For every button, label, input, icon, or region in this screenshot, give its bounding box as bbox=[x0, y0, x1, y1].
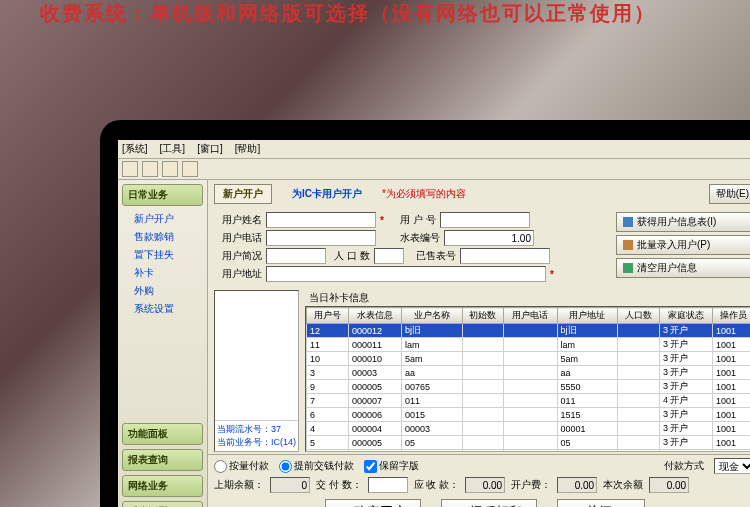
input-username[interactable] bbox=[266, 212, 376, 228]
label-due: 应 收 款： bbox=[414, 478, 460, 492]
table-row[interactable]: 12000012bj旧bj旧3 开户1001 bbox=[307, 324, 751, 338]
sidebar-item-sale[interactable]: 售款赊销 bbox=[122, 228, 203, 246]
table-title: 当日补卡信息 bbox=[305, 290, 750, 306]
label-paytype: 付款方式 bbox=[664, 459, 704, 473]
batch-input-button[interactable]: 批量录入用户(P) bbox=[616, 235, 750, 255]
input-due bbox=[465, 477, 505, 493]
serial-label: 当期流水号：37 bbox=[217, 423, 296, 436]
sidebar-header-sys[interactable]: 系统设置 bbox=[122, 501, 203, 507]
menu-tools[interactable]: [工具] bbox=[160, 142, 186, 156]
input-prevbal bbox=[270, 477, 310, 493]
bizno-label: 当前业务号：IC(14) bbox=[217, 436, 296, 449]
sidebar-header-func[interactable]: 功能面板 bbox=[122, 423, 203, 445]
tool-icon[interactable] bbox=[182, 161, 198, 177]
label-phone: 用户电话 bbox=[214, 231, 262, 245]
required-icon: * bbox=[550, 269, 554, 280]
table-row[interactable]: 400000400003000013 开户1001 bbox=[307, 422, 751, 436]
select-paytype[interactable]: 现金 bbox=[714, 458, 750, 474]
close-button[interactable]: 关闭(C) bbox=[557, 499, 646, 507]
search-icon bbox=[623, 217, 633, 227]
table-header[interactable]: 业户名称 bbox=[402, 308, 463, 324]
sidebar: 日常业务 新户开户 售款赊销 置下挂失 补卡 外购 系统设置 功能面板 报表查询… bbox=[118, 180, 208, 507]
page-title: 收费系统：单机版和网络版可选择（没有网络也可以正常使用） bbox=[40, 0, 656, 27]
table-row[interactable]: 6000006001515153 开户1001 bbox=[307, 408, 751, 422]
sidebar-item-sys[interactable]: 系统设置 bbox=[122, 300, 203, 318]
main-panel: 新户开户 为IC卡用户开户 *为必须填写的内容 帮助(E) 用户姓名 * 用 户… bbox=[208, 180, 750, 507]
table-header[interactable]: 人口数 bbox=[618, 308, 660, 324]
clear-icon bbox=[623, 263, 633, 273]
input-payqty[interactable] bbox=[368, 477, 408, 493]
laptop-frame: [系统] [工具] [窗口] [帮助] 日常业务 新户开户 售款赊销 置下挂失 … bbox=[100, 120, 750, 507]
table-row[interactable]: 300003aaaa3 开户1001 bbox=[307, 366, 751, 380]
input-card[interactable] bbox=[460, 248, 550, 264]
table-header[interactable]: 操作员 bbox=[713, 308, 751, 324]
label-userno: 用 户 号 bbox=[388, 213, 436, 227]
sidebar-item-open[interactable]: 新户开户 bbox=[122, 210, 203, 228]
input-people[interactable] bbox=[374, 248, 404, 264]
sidebar-header-daily[interactable]: 日常业务 bbox=[122, 184, 203, 206]
check-reserve[interactable]: 保留字版 bbox=[364, 459, 419, 473]
input-status[interactable] bbox=[266, 248, 326, 264]
label-status: 用户简况 bbox=[214, 249, 262, 263]
app-window: [系统] [工具] [窗口] [帮助] 日常业务 新户开户 售款赊销 置下挂失 … bbox=[118, 140, 750, 507]
table-header[interactable]: 用户电话 bbox=[504, 308, 557, 324]
panel-title-button: 新户开户 bbox=[214, 184, 272, 204]
print-button[interactable]: 远程打印 bbox=[441, 499, 537, 507]
required-icon: * bbox=[380, 215, 384, 226]
input-openfee bbox=[557, 477, 597, 493]
get-userinfo-button[interactable]: 获得用户信息表(I) bbox=[616, 212, 750, 232]
table-row[interactable]: 500000505053 开户1001 bbox=[307, 436, 751, 450]
tool-icon[interactable] bbox=[142, 161, 158, 177]
table-header[interactable]: 水表信息 bbox=[348, 308, 401, 324]
radio-byqty[interactable]: 按量付款 bbox=[214, 459, 269, 473]
table-row[interactable]: 70000070110114 开户1001 bbox=[307, 394, 751, 408]
table-row[interactable]: 100000105am5am3 开户1001 bbox=[307, 352, 751, 366]
help-button[interactable]: 帮助(E) bbox=[709, 184, 750, 204]
toolbar bbox=[118, 159, 750, 180]
menubar: [系统] [工具] [窗口] [帮助] bbox=[118, 140, 750, 159]
batch-icon bbox=[623, 240, 633, 250]
sidebar-item-out[interactable]: 外购 bbox=[122, 282, 203, 300]
sidebar-item-loss[interactable]: 置下挂失 bbox=[122, 246, 203, 264]
input-phone[interactable] bbox=[266, 230, 376, 246]
input-addr[interactable] bbox=[266, 266, 546, 282]
input-userno[interactable] bbox=[440, 212, 530, 228]
label-payqty: 交 付 数： bbox=[316, 478, 362, 492]
tool-icon[interactable] bbox=[162, 161, 178, 177]
label-people: 人 口 数 bbox=[330, 249, 370, 263]
table-header[interactable]: 用户号 bbox=[307, 308, 349, 324]
label-username: 用户姓名 bbox=[214, 213, 262, 227]
table-header[interactable]: 家庭状态 bbox=[659, 308, 712, 324]
input-meter[interactable] bbox=[444, 230, 534, 246]
confirm-button[interactable]: 确定开户 bbox=[325, 499, 421, 507]
table-row[interactable]: 2000002阿阿3 开户1001 bbox=[307, 450, 751, 453]
sidebar-item-card[interactable]: 补卡 bbox=[122, 264, 203, 282]
table-row[interactable]: 11000011lamlam3 开户1001 bbox=[307, 338, 751, 352]
label-meter: 水表编号 bbox=[392, 231, 440, 245]
data-table[interactable]: 用户号水表信息业户名称初始数用户电话用户地址人口数家庭状态操作员12000012… bbox=[305, 306, 750, 452]
panel-hint: *为必须填写的内容 bbox=[382, 187, 466, 201]
menu-window[interactable]: [窗口] bbox=[197, 142, 223, 156]
photo-panel: 当期流水号：37 当前业务号：IC(14) bbox=[214, 290, 299, 452]
sidebar-header-report[interactable]: 报表查询 bbox=[122, 449, 203, 471]
tool-icon[interactable] bbox=[122, 161, 138, 177]
table-header[interactable]: 用户地址 bbox=[557, 308, 618, 324]
label-curbal: 本次余额 bbox=[603, 478, 643, 492]
label-prevbal: 上期余额： bbox=[214, 478, 264, 492]
table-header[interactable]: 初始数 bbox=[462, 308, 504, 324]
label-openfee: 开户费： bbox=[511, 478, 551, 492]
panel-subtitle: 为IC卡用户开户 bbox=[292, 187, 362, 201]
sidebar-header-net[interactable]: 网络业务 bbox=[122, 475, 203, 497]
label-addr: 用户地址 bbox=[214, 267, 262, 281]
label-card: 已售表号 bbox=[408, 249, 456, 263]
clear-button[interactable]: 清空用户信息 bbox=[616, 258, 750, 278]
table-row[interactable]: 90000050076555503 开户1001 bbox=[307, 380, 751, 394]
menu-system[interactable]: [系统] bbox=[122, 142, 148, 156]
radio-prepay[interactable]: 提前交钱付款 bbox=[279, 459, 354, 473]
input-curbal bbox=[649, 477, 689, 493]
menu-help[interactable]: [帮助] bbox=[235, 142, 261, 156]
